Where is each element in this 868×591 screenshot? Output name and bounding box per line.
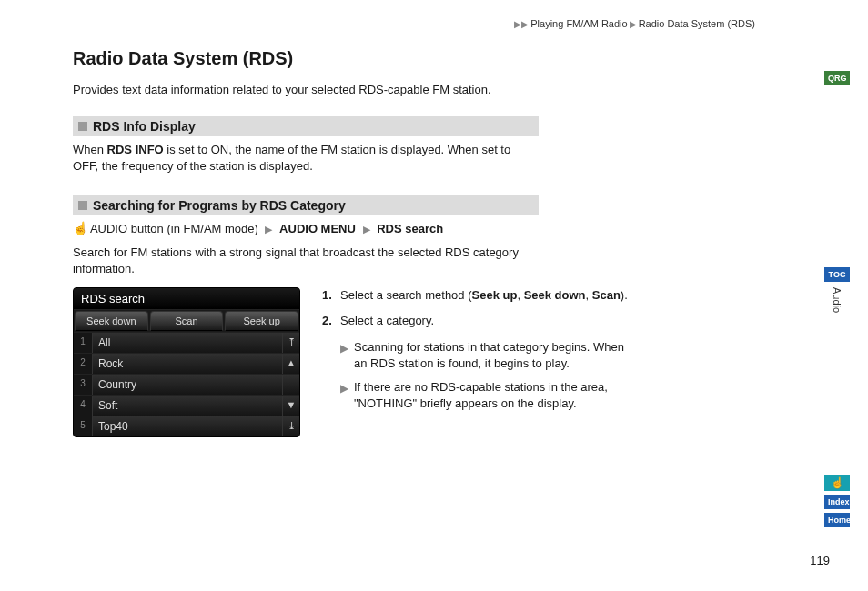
- text-bold: Seek down: [524, 288, 586, 302]
- section1-body: When RDS INFO is set to ON, the name of …: [73, 142, 528, 174]
- side-tab-qrg[interactable]: QRG: [824, 71, 850, 85]
- step-text: Select a category.: [340, 313, 434, 329]
- page-title: Radio Data System (RDS): [73, 48, 755, 75]
- rds-list-row: 1 All ⤒: [74, 332, 299, 353]
- triangle-bullet-icon: ▶: [340, 379, 348, 412]
- substep: ▶ If there are no RDS-capable stations i…: [340, 379, 637, 412]
- scroll-down-icon: ▼: [282, 396, 299, 416]
- side-tab-home[interactable]: Home: [824, 513, 850, 527]
- text-fragment: When: [73, 143, 107, 156]
- path-segment-bold: AUDIO MENU: [279, 222, 356, 235]
- text-fragment: ).: [621, 288, 628, 302]
- substep: ▶ Scanning for stations in that category…: [340, 339, 637, 372]
- text-bold: Seek up: [472, 288, 518, 302]
- intro-text: Provides text data information related t…: [73, 83, 755, 96]
- row-number: 4: [74, 396, 92, 416]
- triangle-icon: ▶: [363, 224, 370, 235]
- section2-body: Search for FM stations with a strong sig…: [73, 245, 528, 276]
- triangle-bullet-icon: ▶: [340, 339, 348, 372]
- row-label: All: [92, 333, 282, 353]
- substep-text: Scanning for stations in that category b…: [354, 339, 637, 372]
- triangle-icon: ▶: [630, 19, 637, 29]
- side-tab-index[interactable]: Index: [824, 495, 850, 509]
- breadcrumb-seg1: Playing FM/AM Radio: [530, 18, 627, 29]
- row-label: Rock: [92, 354, 282, 374]
- scroll-top-icon: ⤒: [282, 333, 299, 353]
- square-bullet-icon: [78, 201, 87, 210]
- text-fragment: Select a search method (: [340, 288, 472, 302]
- step-number: 2.: [322, 313, 337, 329]
- rds-screen-title: RDS search: [74, 288, 299, 310]
- path-segment: AUDIO button (in FM/AM mode): [90, 222, 258, 235]
- triangle-icon: ▶▶: [514, 19, 529, 29]
- scroll-bottom-icon: ⤓: [282, 416, 299, 436]
- text-fragment: ,: [517, 288, 523, 302]
- row-number: 2: [74, 354, 92, 374]
- row-label: Soft: [92, 396, 282, 416]
- breadcrumb: ▶▶Playing FM/AM Radio▶Radio Data System …: [73, 18, 755, 35]
- scroll-up-icon: ▲: [282, 354, 299, 374]
- square-bullet-icon: [78, 122, 87, 131]
- hand-icon: ☝: [73, 221, 84, 235]
- row-label: Top40: [92, 416, 282, 436]
- row-number: 3: [74, 375, 92, 395]
- rds-list-row: 5 Top40 ⤓: [74, 416, 299, 436]
- page-number: 119: [810, 554, 830, 567]
- section-heading-label: RDS Info Display: [93, 119, 196, 134]
- rds-tab-scan: Scan: [150, 311, 224, 331]
- row-label: Country: [92, 375, 282, 395]
- rds-list-row: 2 Rock ▲: [74, 353, 299, 374]
- rds-tab-seek-up: Seek up: [225, 311, 298, 331]
- side-tab-toc[interactable]: TOC: [824, 267, 850, 282]
- row-number: 5: [74, 416, 92, 436]
- triangle-icon: ▶: [265, 224, 272, 235]
- section-heading-rds-info: RDS Info Display: [73, 116, 539, 136]
- section-heading-search-category: Searching for Programs by RDS Category: [73, 195, 539, 215]
- empty-arrow: [282, 375, 299, 395]
- side-tab-voice-icon[interactable]: ☝: [824, 475, 850, 491]
- rds-screen-illustration: RDS search Seek down Scan Seek up 1 All …: [73, 287, 300, 437]
- row-number: 1: [74, 333, 92, 353]
- navigation-path: ☝ AUDIO button (in FM/AM mode) ▶ AUDIO M…: [73, 221, 528, 235]
- section-heading-label: Searching for Programs by RDS Category: [93, 198, 346, 213]
- step-text: Select a search method (Seek up, Seek do…: [340, 287, 628, 304]
- text-fragment: ,: [586, 288, 592, 302]
- path-segment-bold: RDS search: [377, 222, 443, 235]
- side-section-label: Audio: [832, 287, 843, 313]
- step-2: 2. Select a category.: [322, 313, 637, 329]
- instruction-steps: 1. Select a search method (Seek up, Seek…: [322, 287, 637, 419]
- breadcrumb-seg2: Radio Data System (RDS): [639, 18, 755, 29]
- rds-tab-seek-down: Seek down: [75, 311, 148, 331]
- substep-text: If there are no RDS-capable stations in …: [354, 379, 637, 412]
- rds-list-row: 3 Country: [74, 374, 299, 395]
- step-1: 1. Select a search method (Seek up, Seek…: [322, 287, 637, 304]
- rds-list-row: 4 Soft ▼: [74, 395, 299, 416]
- text-bold: RDS INFO: [107, 143, 164, 156]
- step-number: 1.: [322, 287, 337, 304]
- text-bold: Scan: [592, 288, 621, 302]
